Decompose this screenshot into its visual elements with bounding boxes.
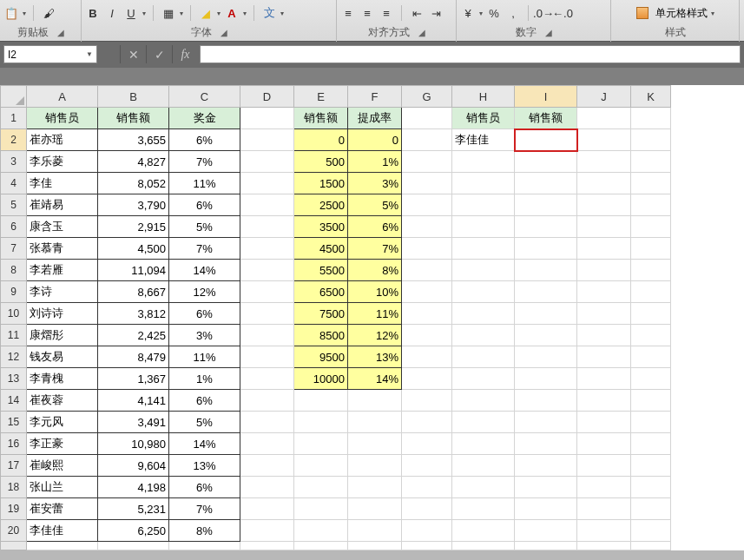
cell-C4[interactable]: 11% bbox=[169, 173, 240, 194]
cell-H5[interactable] bbox=[452, 194, 515, 216]
cell-C16[interactable]: 14% bbox=[169, 433, 240, 455]
cell-C14[interactable]: 6% bbox=[169, 390, 240, 412]
cell-G15[interactable] bbox=[402, 412, 452, 433]
format-painter-icon[interactable]: 🖌 bbox=[41, 5, 56, 21]
cell-J4[interactable] bbox=[577, 173, 631, 194]
cell-H2[interactable]: 李佳佳 bbox=[452, 129, 515, 151]
cell-E4[interactable]: 1500 bbox=[294, 173, 348, 194]
cell-K20[interactable] bbox=[631, 520, 671, 542]
cell-B20[interactable]: 6,250 bbox=[98, 520, 169, 542]
cell-E2[interactable]: 0 bbox=[294, 129, 348, 151]
cell-D18[interactable] bbox=[240, 477, 294, 498]
row-header-7[interactable]: 7 bbox=[1, 238, 27, 260]
cell-G19[interactable] bbox=[402, 498, 452, 520]
cell-A15[interactable]: 李元风 bbox=[27, 412, 98, 433]
cell-I11[interactable] bbox=[515, 325, 577, 346]
select-all-corner[interactable] bbox=[1, 86, 27, 108]
cell-G5[interactable] bbox=[402, 194, 452, 216]
cell-K16[interactable] bbox=[631, 433, 671, 455]
cell-D19[interactable] bbox=[240, 498, 294, 520]
underline-dropdown-icon[interactable]: ▾ bbox=[142, 10, 146, 17]
column-header-J[interactable]: J bbox=[577, 86, 631, 108]
cell-J16[interactable] bbox=[577, 433, 631, 455]
cell-G7[interactable] bbox=[402, 238, 452, 260]
font-color-icon[interactable]: A bbox=[224, 5, 240, 21]
cell-D1[interactable] bbox=[240, 108, 294, 129]
cell-D4[interactable] bbox=[240, 173, 294, 194]
cell-A10[interactable]: 刘诗诗 bbox=[27, 303, 98, 325]
cell-J3[interactable] bbox=[577, 151, 631, 173]
cell-H9[interactable] bbox=[452, 281, 515, 303]
cell-H17[interactable] bbox=[452, 455, 515, 477]
cell-A7[interactable]: 张慕青 bbox=[27, 238, 98, 260]
cell-D13[interactable] bbox=[240, 368, 294, 390]
cell-E21[interactable] bbox=[294, 542, 348, 550]
cell-E3[interactable]: 500 bbox=[294, 151, 348, 173]
cell-D15[interactable] bbox=[240, 412, 294, 433]
row-header-16[interactable]: 16 bbox=[1, 433, 27, 455]
font-color-dropdown-icon[interactable]: ▾ bbox=[243, 10, 247, 17]
cell-F7[interactable]: 7% bbox=[348, 238, 402, 260]
cell-D9[interactable] bbox=[240, 281, 294, 303]
cell-B18[interactable]: 4,198 bbox=[98, 477, 169, 498]
cell-I21[interactable] bbox=[515, 542, 577, 550]
cell-I9[interactable] bbox=[515, 281, 577, 303]
cell-E17[interactable] bbox=[294, 455, 348, 477]
row-header-8[interactable]: 8 bbox=[1, 260, 27, 281]
row-header-19[interactable]: 19 bbox=[1, 498, 27, 520]
cell-J13[interactable] bbox=[577, 368, 631, 390]
cell-J7[interactable] bbox=[577, 238, 631, 260]
insert-function-icon[interactable]: fx bbox=[172, 45, 198, 63]
paste-icon[interactable]: 📋 bbox=[3, 5, 19, 21]
cell-F9[interactable]: 10% bbox=[348, 281, 402, 303]
cell-B19[interactable]: 5,231 bbox=[98, 498, 169, 520]
cell-A2[interactable]: 崔亦瑶 bbox=[27, 129, 98, 151]
currency-dropdown-icon[interactable]: ▾ bbox=[479, 10, 483, 17]
cell-I2[interactable] bbox=[515, 129, 577, 151]
cell-B21[interactable] bbox=[98, 542, 169, 550]
cell-C12[interactable]: 11% bbox=[169, 346, 240, 368]
cell-K12[interactable] bbox=[631, 346, 671, 368]
paste-dropdown-icon[interactable]: ▾ bbox=[23, 10, 26, 17]
cell-G13[interactable] bbox=[402, 368, 452, 390]
cell-E9[interactable]: 6500 bbox=[294, 281, 348, 303]
column-header-H[interactable]: H bbox=[452, 86, 515, 108]
decrease-indent-icon[interactable]: ⇤ bbox=[409, 5, 425, 21]
cell-B9[interactable]: 8,667 bbox=[98, 281, 169, 303]
cell-C3[interactable]: 7% bbox=[169, 151, 240, 173]
column-header-K[interactable]: K bbox=[631, 86, 671, 108]
cell-B16[interactable]: 10,980 bbox=[98, 433, 169, 455]
cell-B4[interactable]: 8,052 bbox=[98, 173, 169, 194]
cell-F11[interactable]: 12% bbox=[348, 325, 402, 346]
cell-F20[interactable] bbox=[348, 520, 402, 542]
cell-G17[interactable] bbox=[402, 455, 452, 477]
cell-I3[interactable] bbox=[515, 151, 577, 173]
cell-I4[interactable] bbox=[515, 173, 577, 194]
cell-G16[interactable] bbox=[402, 433, 452, 455]
cell-H1[interactable]: 销售员 bbox=[452, 108, 515, 129]
cell-F10[interactable]: 11% bbox=[348, 303, 402, 325]
phonetic-dropdown-icon[interactable]: ▾ bbox=[280, 10, 284, 17]
cell-E15[interactable] bbox=[294, 412, 348, 433]
cell-F16[interactable] bbox=[348, 433, 402, 455]
cell-C5[interactable]: 6% bbox=[169, 194, 240, 216]
cell-C13[interactable]: 1% bbox=[169, 368, 240, 390]
cell-A18[interactable]: 张山兰 bbox=[27, 477, 98, 498]
cell-B14[interactable]: 4,141 bbox=[98, 390, 169, 412]
cell-D16[interactable] bbox=[240, 433, 294, 455]
cell-J10[interactable] bbox=[577, 303, 631, 325]
cell-I13[interactable] bbox=[515, 368, 577, 390]
cancel-formula-icon[interactable]: ✕ bbox=[120, 45, 146, 63]
cell-E12[interactable]: 9500 bbox=[294, 346, 348, 368]
cell-K9[interactable] bbox=[631, 281, 671, 303]
cell-H3[interactable] bbox=[452, 151, 515, 173]
cell-H18[interactable] bbox=[452, 477, 515, 498]
cell-I6[interactable] bbox=[515, 216, 577, 238]
name-box-dropdown-icon[interactable]: ▼ bbox=[86, 50, 93, 58]
cell-C20[interactable]: 8% bbox=[169, 520, 240, 542]
cell-B5[interactable]: 3,790 bbox=[98, 194, 169, 216]
cell-H8[interactable] bbox=[452, 260, 515, 281]
increase-indent-icon[interactable]: ⇥ bbox=[428, 5, 444, 21]
cell-I20[interactable] bbox=[515, 520, 577, 542]
fill-color-icon[interactable]: ◢ bbox=[198, 5, 214, 21]
